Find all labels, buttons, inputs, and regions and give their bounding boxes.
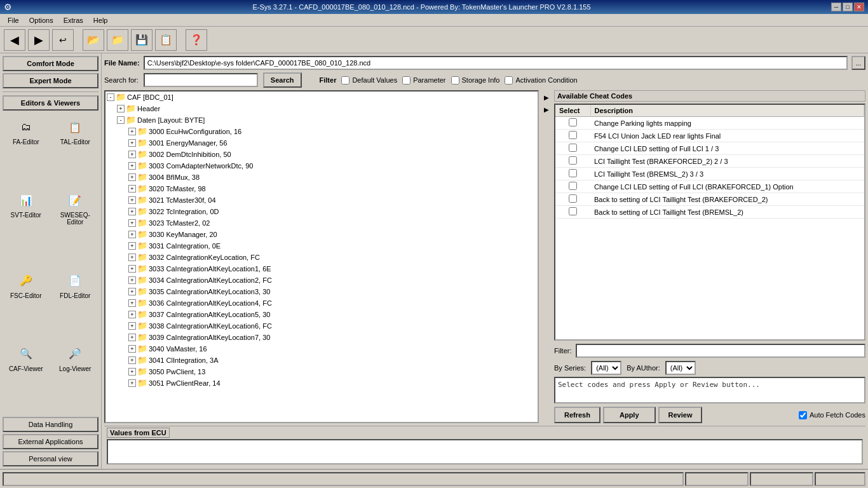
file-browse-btn[interactable]: ... [851, 56, 865, 70]
menu-file[interactable]: File [3, 15, 24, 25]
cheat-checkbox-3[interactable] [569, 156, 577, 165]
auto-fetch-label[interactable]: Auto Fetch Codes [810, 411, 865, 419]
tree-expander[interactable]: + [128, 288, 136, 295]
activation-condition-checkbox[interactable] [505, 76, 513, 85]
sidebar-item-tal-editor[interactable]: 📋 TAL-Editor [52, 115, 99, 186]
external-applications-btn[interactable]: External Applications [3, 434, 98, 449]
apply-btn[interactable]: Apply [603, 407, 656, 423]
parameter-label[interactable]: Parameter [413, 76, 445, 84]
by-series-select[interactable]: (All) [591, 361, 621, 375]
list-item[interactable]: + 📁 3020 TcMaster, 98 [105, 183, 538, 194]
data-handling-btn[interactable]: Data Handling [3, 417, 98, 432]
tree-item-daten[interactable]: - 📁 Daten [Layout: BYTE] [105, 114, 538, 126]
tree-expander[interactable]: + [128, 242, 136, 250]
list-item[interactable]: + 📁 3023 TcMaster2, 02 [105, 217, 538, 229]
cheat-filter-input[interactable] [576, 344, 866, 358]
list-item[interactable]: + 📁 3003 ComAdapterNetworkDtc, 90 [105, 160, 538, 172]
search-btn[interactable]: Search [263, 72, 302, 88]
tree-expander[interactable]: + [128, 276, 136, 284]
list-item[interactable]: + 📁 3002 DemDtcInhibition, 50 [105, 149, 538, 160]
toolbar-save-btn[interactable]: 💾 [131, 29, 153, 51]
review-btn[interactable]: Review [658, 407, 703, 423]
tree-expander[interactable]: + [128, 254, 136, 261]
sidebar-item-fdl-editor[interactable]: 📄 FDL-Editor [52, 269, 99, 339]
file-input[interactable] [144, 56, 848, 70]
default-values-label[interactable]: Default Values [352, 76, 397, 84]
list-item[interactable]: + 📁 3051 PwClientRear, 14 [105, 377, 538, 389]
list-item[interactable]: + 📁 3004 BfIMux, 38 [105, 172, 538, 183]
tree-expander[interactable]: + [128, 219, 136, 227]
tree-expander[interactable]: + [128, 334, 136, 341]
tree-expander[interactable]: + [128, 379, 136, 387]
list-item[interactable]: + 📁 3039 CaIntegrationAltKeyLocation7, 3… [105, 332, 538, 343]
sidebar-item-svt-editor[interactable]: 📊 SVT-Editor [3, 188, 50, 266]
by-author-select[interactable]: (All) [665, 361, 696, 375]
list-item[interactable]: + 📁 3001 EnergyManager, 56 [105, 137, 538, 149]
personal-view-btn[interactable]: Personal view [3, 451, 98, 466]
tree-expander[interactable]: + [128, 128, 136, 135]
storage-info-label[interactable]: Storage Info [462, 76, 500, 84]
storage-info-checkbox[interactable] [451, 76, 459, 85]
sidebar-item-caf-viewer[interactable]: 🔍 CAF-Viewer [3, 342, 50, 412]
tree-expander[interactable]: + [128, 208, 136, 215]
toolbar-back-btn[interactable]: ◀ [4, 29, 25, 51]
tree-expander[interactable]: + [128, 139, 136, 147]
tree-expander[interactable]: + [128, 265, 136, 273]
menu-options[interactable]: Options [24, 15, 58, 25]
toolbar-copy-btn[interactable]: 📋 [155, 29, 177, 51]
tree-expander[interactable]: + [128, 311, 136, 318]
sidebar-item-fa-editor[interactable]: 🗂 FA-Editor [3, 115, 50, 186]
tree-expander[interactable]: + [128, 185, 136, 193]
tree-expander[interactable]: + [128, 322, 136, 330]
cheat-checkbox-0[interactable] [569, 118, 577, 126]
tree-item-root[interactable]: - 📁 CAF [BDC_01] [105, 92, 538, 103]
tree-expander[interactable]: - [117, 116, 125, 124]
refresh-btn[interactable]: Refresh [554, 407, 600, 423]
tree-expander[interactable]: + [128, 162, 136, 170]
tree-expander[interactable]: - [107, 93, 114, 101]
parameter-checkbox[interactable] [402, 76, 410, 85]
maximize-btn[interactable]: □ [843, 3, 853, 11]
list-item[interactable]: + 📁 3040 VaMaster, 16 [105, 343, 538, 355]
minimize-btn[interactable]: ─ [831, 3, 841, 11]
cheat-checkbox-2[interactable] [569, 144, 577, 152]
collapse-tree-btn[interactable]: ▶ [543, 93, 550, 102]
activation-condition-label[interactable]: Activation Condition [515, 76, 577, 84]
list-item[interactable]: + 📁 3033 CaIntegrationAltKeyLocation1, 6… [105, 263, 538, 274]
list-item[interactable]: + 📁 3030 KeyManager, 20 [105, 229, 538, 240]
expand-tree-btn[interactable]: ▶ [543, 105, 550, 114]
comfort-mode-btn[interactable]: Comfort Mode [3, 56, 98, 71]
tree-expander[interactable]: + [128, 173, 136, 181]
toolbar-open-btn[interactable]: 📂 [83, 29, 104, 51]
sidebar-item-sweseq-editor[interactable]: 📝 SWESEQ-Editor [52, 188, 99, 266]
tree-expander[interactable]: + [128, 299, 136, 307]
cheat-checkbox-1[interactable] [569, 131, 577, 139]
search-input[interactable] [144, 73, 258, 87]
editors-viewers-btn[interactable]: Editors & Viewers [3, 95, 98, 111]
tree-expander[interactable]: + [128, 345, 136, 353]
tree-expander[interactable]: + [128, 231, 136, 238]
sidebar-item-fsc-editor[interactable]: 🔑 FSC-Editor [3, 269, 50, 339]
cheat-checkbox-5[interactable] [569, 182, 577, 190]
toolbar-forward-btn[interactable]: ▶ [28, 29, 50, 51]
list-item[interactable]: + 📁 3038 CaIntegrationAltKeyLocation6, F… [105, 320, 538, 332]
tree-item-header[interactable]: + 📁 Header [105, 103, 538, 114]
cheat-checkbox-6[interactable] [569, 194, 577, 203]
list-item[interactable]: + 📁 3050 PwClient, 13 [105, 366, 538, 377]
toolbar-help-btn[interactable]: ❓ [186, 29, 207, 51]
list-item[interactable]: + 📁 3035 CaIntegrationAltKeyLocation3, 3… [105, 286, 538, 297]
sidebar-item-log-viewer[interactable]: 🔎 Log-Viewer [52, 342, 99, 412]
list-item[interactable]: + 📁 3021 TcMaster30f, 04 [105, 194, 538, 206]
list-item[interactable]: + 📁 3036 CaIntegrationAltKeyLocation4, F… [105, 297, 538, 309]
cheat-checkbox-7[interactable] [569, 207, 577, 215]
list-item[interactable]: + 📁 3000 EcuHwConfiguration, 16 [105, 126, 538, 137]
default-values-checkbox[interactable] [341, 76, 349, 85]
auto-fetch-checkbox[interactable] [799, 411, 807, 419]
list-item[interactable]: + 📁 3031 CaIntegration, 0E [105, 240, 538, 252]
menu-help[interactable]: Help [88, 15, 113, 25]
tree-expander[interactable]: + [117, 105, 125, 112]
toolbar-folder-btn[interactable]: 📁 [107, 29, 128, 51]
list-item[interactable]: + 📁 3041 ClIntegration, 3A [105, 355, 538, 366]
list-item[interactable]: + 📁 3037 CaIntegrationAltKeyLocation5, 3… [105, 309, 538, 320]
list-item[interactable]: + 📁 3032 CaIntegrationKeyLocation, FC [105, 252, 538, 263]
